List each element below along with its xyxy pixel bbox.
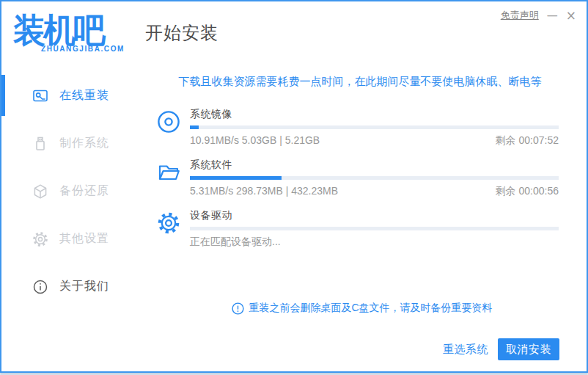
exclamation-circle-icon [232,302,244,315]
monitor-reinstall-icon [32,88,48,104]
usb-icon [32,136,48,152]
task-speed-size: 10.91MB/s 5.03GB | 5.21GB [190,134,320,148]
backup-box-icon [32,183,48,200]
sidebar: 在线重装 制作系统 备份还原 其他设置 [1,72,138,310]
sidebar-item-label: 在线重装 [59,88,109,103]
task-remaining: 剩余 00:07:52 [496,134,559,148]
backup-warning-text: 重装之前会删除桌面及C盘文件，请及时备份重要资料 [249,302,492,315]
logo-title: 装机吧 [13,12,125,48]
folder-icon [157,160,180,185]
info-icon [32,279,48,295]
progress-fill [190,125,199,129]
cancel-install-button[interactable]: 取消安装 [498,338,559,360]
task-list: 系统镜像 10.91MB/s 5.03GB | 5.21GB 剩余 00:07:… [138,108,587,249]
task-title: 系统镜像 [190,108,559,121]
progress-fill [190,176,282,180]
task-speed-size: 5.31MB/s 298.73MB | 432.23MB [190,185,338,198]
task-remaining: 剩余 00:00:56 [496,185,559,198]
sidebar-item-online-reinstall[interactable]: 在线重装 [1,72,138,120]
disclaimer-link[interactable]: 免责声明 [501,9,539,22]
sidebar-item-label: 关于我们 [59,279,109,294]
task-title: 系统软件 [190,159,559,172]
header: 装机吧 ZHUANGJIBA.COM 开始安装 [1,1,587,65]
progress-bar [190,125,559,129]
app-logo: 装机吧 ZHUANGJIBA.COM [13,13,125,53]
task-device-driver: 设备驱动 正在匹配设备驱动... [157,209,559,249]
gear-icon [157,211,180,236]
task-system-image: 系统镜像 10.91MB/s 5.03GB | 5.21GB 剩余 00:07:… [157,108,559,148]
sidebar-item-backup-restore[interactable]: 备份还原 [1,167,138,215]
page-title: 开始安装 [145,21,218,45]
gear-icon [32,231,48,247]
download-notice: 下载且收集资源需要耗费一点时间，在此期间尽量不要使电脑休眠、断电等 [138,75,587,89]
progress-bar [190,176,559,180]
sidebar-item-label: 制作系统 [59,136,109,151]
sidebar-item-about-us[interactable]: 关于我们 [1,263,138,310]
disc-icon [157,109,180,134]
minimize-icon[interactable]: — [547,10,558,21]
footer-actions: 重选系统 取消安装 [443,338,559,360]
main-panel: 下载且收集资源需要耗费一点时间，在此期间尽量不要使电脑休眠、断电等 系统镜像 1… [138,65,587,371]
reselect-system-link[interactable]: 重选系统 [443,343,488,357]
progress-bar [190,227,559,230]
sidebar-item-label: 备份还原 [59,183,109,199]
sidebar-item-other-settings[interactable]: 其他设置 [1,215,138,263]
close-icon[interactable]: × [566,10,576,21]
sidebar-item-make-system[interactable]: 制作系统 [1,120,138,167]
titlebar-controls: 免责声明 — × [501,9,576,22]
backup-warning: 重装之前会删除桌面及C盘文件，请及时备份重要资料 [138,302,587,315]
task-system-software: 系统软件 5.31MB/s 298.73MB | 432.23MB 剩余 00:… [157,159,559,198]
app-window: 免责声明 — × 装机吧 ZHUANGJIBA.COM 开始安装 在线重装 [0,0,588,373]
sidebar-item-label: 其他设置 [59,231,109,247]
task-title: 设备驱动 [190,209,559,222]
task-status: 正在匹配设备驱动... [190,236,281,249]
